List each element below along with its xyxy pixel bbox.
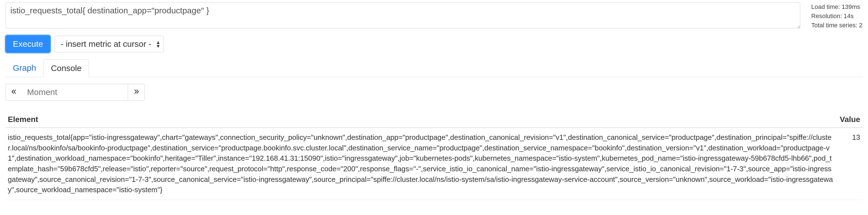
element-cell: istio_requests_total{app="istio-ingressg… bbox=[6, 128, 838, 200]
insert-metric-select[interactable]: - insert metric at cursor - ▴▾ bbox=[55, 36, 164, 52]
column-header-value: Value bbox=[838, 112, 862, 128]
value-cell: 13 bbox=[838, 128, 862, 200]
query-stats: Load time: 139ms Resolution: 14s Total t… bbox=[811, 2, 862, 30]
insert-metric-label: - insert metric at cursor - bbox=[61, 39, 151, 49]
moment-prev-button[interactable] bbox=[6, 84, 22, 101]
query-expression-input[interactable] bbox=[6, 2, 800, 28]
tab-graph[interactable]: Graph bbox=[6, 59, 43, 77]
tab-console[interactable]: Console bbox=[43, 59, 89, 77]
column-header-element: Element bbox=[6, 112, 838, 128]
moment-input[interactable] bbox=[22, 84, 128, 101]
execute-button[interactable]: Execute bbox=[6, 35, 50, 52]
total-series-text: Total time series: 2 bbox=[811, 21, 862, 30]
double-chevron-right-icon bbox=[133, 88, 139, 96]
resolution-text: Resolution: 14s bbox=[811, 11, 862, 21]
result-tabs: Graph Console bbox=[6, 59, 862, 77]
result-table: Element Value istio_requests_total{app="… bbox=[6, 112, 862, 200]
table-row: istio_requests_total{app="istio-ingressg… bbox=[6, 128, 862, 200]
double-chevron-left-icon bbox=[11, 88, 17, 96]
load-time-text: Load time: 139ms bbox=[811, 2, 862, 11]
select-arrows-icon: ▴▾ bbox=[157, 40, 159, 48]
moment-next-button[interactable] bbox=[128, 84, 145, 101]
